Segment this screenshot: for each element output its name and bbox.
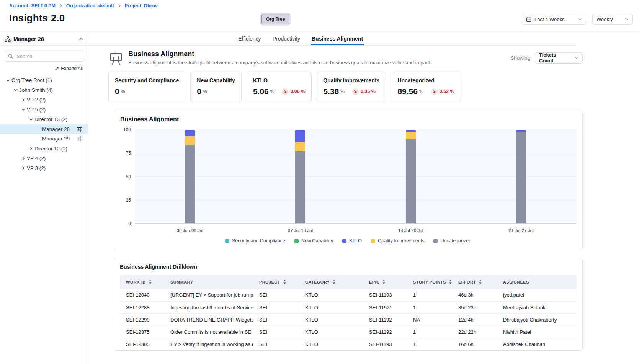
column-header-work-id[interactable]: WORK ID — [120, 275, 164, 289]
sort-icon[interactable] — [332, 279, 336, 285]
tree-chevron-icon[interactable] — [5, 78, 11, 83]
cell-story-points: 1 — [407, 326, 452, 338]
table-row: SEI-12299DORA TREND LINE GRAPH Widgets i… — [120, 313, 577, 326]
date-range-select[interactable]: Last 4 Weeks — [522, 14, 586, 25]
stacked-bar[interactable] — [406, 130, 416, 223]
table-header-row: WORK ID SUMMARYPROJECT CATEGORY EPIC STO… — [120, 275, 577, 289]
column-header-summary[interactable]: SUMMARY — [164, 275, 253, 289]
sort-icon[interactable] — [449, 279, 452, 285]
bar-segment-uncategorized[interactable] — [516, 132, 526, 223]
breadcrumb-separator-icon — [59, 4, 63, 8]
metric-delta-badge: 0.35 % — [352, 88, 376, 95]
bar-segment-quality-improvements[interactable] — [185, 136, 195, 145]
x-tick-label: 30 Jun-06 Jul — [177, 228, 203, 233]
breadcrumb-link[interactable]: Project: Dhruv — [125, 3, 158, 8]
column-header-project[interactable]: PROJECT — [253, 275, 299, 289]
interval-value: Weekly — [597, 16, 613, 22]
column-header-category[interactable]: CATEGORY — [299, 275, 363, 289]
x-tick-label: 14 Jul-20 Jul — [398, 228, 423, 233]
stacked-bar[interactable] — [185, 130, 195, 223]
search-input[interactable] — [5, 51, 83, 62]
tree-chevron-icon[interactable] — [12, 87, 19, 93]
cell-project: SEI — [253, 326, 299, 338]
tree-item[interactable]: Manager 28 — [0, 124, 88, 134]
chart-panel: Business Alignment 0255075100 30 Jun-06 … — [114, 110, 583, 250]
tree-chevron-icon[interactable] — [20, 107, 27, 112]
stacked-bar[interactable] — [295, 130, 305, 223]
cell-work-id: SEI-12305 — [120, 338, 164, 350]
column-header-story-points[interactable]: STORY POINTS — [407, 275, 452, 289]
sort-icon[interactable] — [382, 279, 386, 285]
legend-item[interactable]: Security and Compliance — [225, 238, 285, 243]
legend-item[interactable]: New Capability — [294, 238, 333, 243]
chevron-down-icon — [578, 17, 582, 21]
tree-item[interactable]: Org Tree Root (1) — [0, 75, 88, 85]
column-header-effort[interactable]: EFFORT — [452, 275, 497, 289]
metric-card-value: 0 — [197, 87, 201, 96]
tree-item-label: Manager 29 — [42, 136, 70, 142]
cell-epic: SEI-11921 — [363, 301, 407, 313]
gridline — [135, 200, 576, 200]
filter-sliders-icon[interactable] — [77, 136, 82, 142]
tree-chevron-icon[interactable] — [20, 156, 27, 161]
bar-segment-ktlo[interactable] — [185, 130, 195, 136]
sort-icon[interactable] — [149, 279, 152, 285]
tree-item[interactable]: VP 2 (2) — [0, 95, 88, 105]
tab-business-alignment[interactable]: Business Alignment — [311, 33, 364, 45]
tree-chevron-icon[interactable] — [20, 97, 27, 103]
gridline — [135, 153, 576, 153]
cell-summary: EY > Verify if ingestion is working as e… — [164, 338, 253, 350]
org-tree-button[interactable]: Org Tree — [261, 14, 289, 24]
tree-item[interactable]: John Smith (4) — [0, 85, 88, 95]
column-header-epic[interactable]: EPIC — [363, 275, 407, 289]
tree-item[interactable]: VP 3 (2) — [0, 163, 88, 173]
bar-segment-uncategorized[interactable] — [406, 139, 416, 223]
tree-chevron-icon[interactable] — [20, 165, 27, 171]
tree-item[interactable]: Director 12 (2) — [0, 144, 88, 154]
expand-all-label: Expand All — [61, 66, 83, 71]
stacked-bar[interactable] — [516, 130, 526, 223]
filter-sliders-icon[interactable] — [77, 126, 82, 132]
bar-segment-uncategorized[interactable] — [185, 145, 195, 223]
metric-card-value: 5.38 — [323, 87, 339, 96]
cell-epic: SEI-11193 — [363, 289, 407, 301]
showing-select[interactable]: Tickets Count — [535, 52, 583, 64]
y-tick-label: 0 — [128, 221, 131, 226]
cell-assignees: Meetrajsinh Solanki — [497, 301, 577, 313]
legend-item[interactable]: KTLO — [342, 238, 362, 243]
bar-segment-quality-improvements[interactable] — [406, 132, 416, 139]
org-tree: Org Tree Root (1) John Smith (4) VP 2 (2… — [0, 75, 88, 173]
tree-item[interactable]: Director 13 (2) — [0, 114, 88, 124]
legend-item[interactable]: Quality Improvements — [371, 238, 425, 243]
metric-card-unit: % — [203, 89, 207, 94]
tree-item[interactable]: VP 5 (2) — [0, 105, 88, 115]
sort-icon[interactable] — [479, 279, 482, 285]
legend-item[interactable]: Uncategorized — [433, 238, 471, 243]
metric-card-unit: % — [270, 89, 275, 94]
drilldown-table: WORK ID SUMMARYPROJECT CATEGORY EPIC STO… — [120, 275, 577, 350]
tree-item[interactable]: Manager 29 — [0, 134, 88, 144]
cell-category: KTLO — [299, 326, 363, 338]
tree-chevron-icon[interactable] — [28, 146, 34, 151]
tree-chevron-icon[interactable] — [28, 117, 34, 122]
bar-segment-uncategorized[interactable] — [295, 151, 305, 223]
drilldown-panel: Business Alignment Drilldown WORK ID SUM… — [114, 258, 583, 351]
tab-productivity[interactable]: Productivity — [272, 33, 301, 45]
tab-efficiency[interactable]: Efficiency — [237, 33, 262, 45]
cell-category: KTLO — [299, 289, 363, 301]
bar-segment-quality-improvements[interactable] — [295, 142, 305, 151]
section-description: Business alignment is the strategic fit … — [128, 60, 431, 65]
breadcrumb-link[interactable]: Account: SEI 2.0 PM — [9, 3, 56, 8]
bar-segment-ktlo[interactable] — [295, 130, 305, 142]
column-header-assignees[interactable]: ASSIGNEES — [497, 275, 577, 289]
expand-all-button[interactable]: Expand All — [0, 66, 83, 71]
breadcrumb-link[interactable]: Organization: default — [66, 3, 114, 8]
legend-swatch — [433, 239, 438, 243]
sort-icon[interactable] — [283, 279, 286, 285]
tree-item[interactable]: VP 4 (2) — [0, 153, 88, 163]
interval-select[interactable]: Weekly — [592, 14, 633, 25]
tree-item-label: VP 4 (2) — [27, 155, 46, 161]
metric-card-title: KTLO — [253, 77, 305, 83]
legend-swatch — [294, 239, 299, 243]
cell-story-points: 1 — [407, 301, 452, 313]
